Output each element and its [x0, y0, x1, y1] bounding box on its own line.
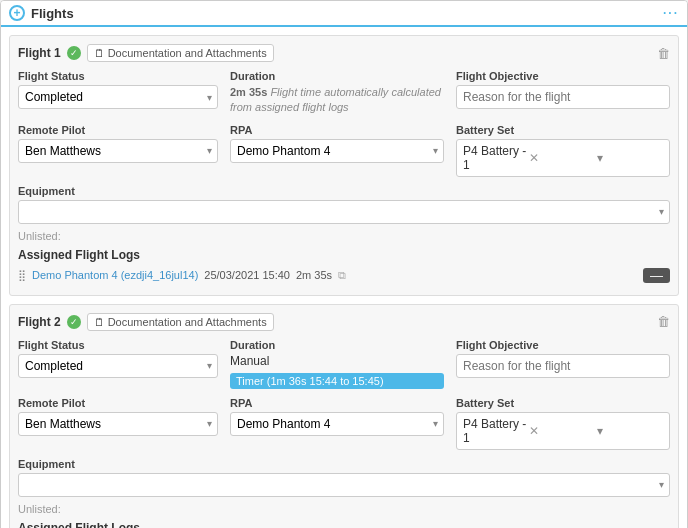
flight-2-status-select-wrap: Completed	[18, 354, 218, 378]
flight-1-log-remove-button[interactable]: —	[643, 268, 670, 283]
flight-1-doc-label: Documentation and Attachments	[108, 47, 267, 59]
more-options-icon[interactable]: ···	[663, 6, 679, 20]
flight-2-timer-badge: Timer (1m 36s 15:44 to 15:45)	[230, 373, 444, 389]
flight-2-pilot-label: Remote Pilot	[18, 397, 218, 409]
flight-1-pilot-select-wrap: Ben Matthews	[18, 139, 218, 163]
flight-1-header: Flight 1 🗒 Documentation and Attachments…	[18, 44, 670, 62]
flight-2-objective-input[interactable]	[456, 354, 670, 378]
flight-2-rpa-select[interactable]: Demo Phantom 4	[230, 412, 444, 436]
flight-1-objective-label: Flight Objective	[456, 70, 670, 82]
flight-1-status-select[interactable]: Completed	[18, 85, 218, 109]
flight-1-battery-group: Battery Set P4 Battery - 1 ✕ ▾	[456, 124, 670, 177]
flight-1-rpa-label: RPA	[230, 124, 444, 136]
flight-1-row2: Remote Pilot Ben Matthews RPA Demo Phant…	[18, 124, 670, 177]
flight-2-unlisted: Unlisted:	[18, 503, 670, 515]
flight-2-duration-group: Duration Manual Timer (1m 36s 15:44 to 1…	[230, 339, 444, 389]
flight-1-log-date: 25/03/2021 15:40	[204, 269, 290, 281]
flight-2-battery-group: Battery Set P4 Battery - 1 ✕ ▾	[456, 397, 670, 450]
flight-1-duration-label: Duration	[230, 70, 444, 82]
flight-2-rpa-select-wrap: Demo Phantom 4	[230, 412, 444, 436]
flight-1-battery-label: Battery Set	[456, 124, 670, 136]
flight-1-equipment-label: Equipment	[18, 185, 670, 197]
flight-2-logs-title: Assigned Flight Logs	[18, 521, 670, 528]
flight-2-equipment-select[interactable]	[18, 473, 670, 497]
flight-1-delete-icon[interactable]: 🗑	[657, 46, 670, 61]
flight-1-duration-time: 2m 35s	[230, 86, 267, 98]
flight-2-duration-label: Duration	[230, 339, 444, 351]
main-container: + Flights ··· Flight 1 🗒 Documentation a…	[0, 0, 688, 528]
flight-2-equipment-select-wrap	[18, 473, 670, 497]
flight-2-battery-value: P4 Battery - 1	[463, 417, 529, 445]
flight-2-duration-manual: Manual	[230, 354, 444, 368]
flight-2-battery-label: Battery Set	[456, 397, 670, 409]
flight-2-header: Flight 2 🗒 Documentation and Attachments…	[18, 313, 670, 331]
flight-1-log-row: ⣿ Demo Phantom 4 (ezdji4_16jul14) 25/03/…	[18, 268, 670, 283]
flight-1-equipment-select-wrap	[18, 200, 670, 224]
flight-2-objective-label: Flight Objective	[456, 339, 670, 351]
flight-2-objective-group: Flight Objective	[456, 339, 670, 389]
flight-1-pilot-select[interactable]: Ben Matthews	[18, 139, 218, 163]
flight-2-delete-icon[interactable]: 🗑	[657, 314, 670, 329]
flight-1-logs-title: Assigned Flight Logs	[18, 248, 670, 262]
flight-2-equipment-label: Equipment	[18, 458, 670, 470]
flight-2-battery-arrow-icon: ▾	[597, 424, 663, 438]
flight-2-doc-label: Documentation and Attachments	[108, 316, 267, 328]
flight-2-row2: Remote Pilot Ben Matthews RPA Demo Phant…	[18, 397, 670, 450]
flight-2-rpa-label: RPA	[230, 397, 444, 409]
log-copy-icon[interactable]: ⧉	[338, 269, 346, 282]
flight-1-status-dot	[67, 46, 81, 60]
flight-2-battery-clear-icon[interactable]: ✕	[529, 424, 595, 438]
flight-2-status-dot	[67, 315, 81, 329]
flight-2-doc-button[interactable]: 🗒 Documentation and Attachments	[87, 313, 274, 331]
flight-1-equipment-row: Equipment	[18, 185, 670, 224]
flight-1-duration-value: 2m 35s Flight time automatically calcula…	[230, 85, 444, 116]
flight-2-status-label: Flight Status	[18, 339, 218, 351]
flight-1-battery-clear-icon[interactable]: ✕	[529, 151, 595, 165]
flight-2-block: Flight 2 🗒 Documentation and Attachments…	[9, 304, 679, 528]
flight-2-pilot-select[interactable]: Ben Matthews	[18, 412, 218, 436]
flight-1-objective-group: Flight Objective	[456, 70, 670, 116]
flight-2-status-group: Flight Status Completed	[18, 339, 218, 389]
add-flight-icon[interactable]: +	[9, 5, 25, 21]
flight-2-battery-wrap: P4 Battery - 1 ✕ ▾	[456, 412, 670, 450]
section-title: Flights	[31, 6, 74, 21]
flight-1-log-duration: 2m 35s	[296, 269, 332, 281]
section-header: + Flights ···	[1, 1, 687, 27]
flight-2-status-select[interactable]: Completed	[18, 354, 218, 378]
flight-1-equipment-group: Equipment	[18, 185, 670, 224]
flight-1-equipment-select[interactable]	[18, 200, 670, 224]
flight-1-status-group: Flight Status Completed	[18, 70, 218, 116]
flight-1-doc-button[interactable]: 🗒 Documentation and Attachments	[87, 44, 274, 62]
flight-1-unlisted: Unlisted:	[18, 230, 670, 242]
flight-1-objective-input[interactable]	[456, 85, 670, 109]
flight-1-rpa-select[interactable]: Demo Phantom 4	[230, 139, 444, 163]
log-drag-icon: ⣿	[18, 269, 26, 282]
doc-icon-2: 🗒	[94, 316, 105, 328]
flight-2-pilot-group: Remote Pilot Ben Matthews	[18, 397, 218, 450]
flight-1-row1: Flight Status Completed Duration 2m 35s …	[18, 70, 670, 116]
flight-2-pilot-select-wrap: Ben Matthews	[18, 412, 218, 436]
flight-1-battery-arrow-icon: ▾	[597, 151, 663, 165]
flight-1-battery-wrap: P4 Battery - 1 ✕ ▾	[456, 139, 670, 177]
flight-1-title: Flight 1	[18, 46, 61, 60]
flight-1-pilot-label: Remote Pilot	[18, 124, 218, 136]
flight-2-row1: Flight Status Completed Duration Manual …	[18, 339, 670, 389]
flight-1-status-select-wrap: Completed	[18, 85, 218, 109]
flight-1-status-label: Flight Status	[18, 70, 218, 82]
flight-2-rpa-group: RPA Demo Phantom 4	[230, 397, 444, 450]
flight-1-rpa-select-wrap: Demo Phantom 4	[230, 139, 444, 163]
flight-2-equipment-group: Equipment	[18, 458, 670, 497]
flight-1-rpa-group: RPA Demo Phantom 4	[230, 124, 444, 177]
flight-1-block: Flight 1 🗒 Documentation and Attachments…	[9, 35, 679, 296]
flight-1-pilot-group: Remote Pilot Ben Matthews	[18, 124, 218, 177]
flight-1-log-name: Demo Phantom 4 (ezdji4_16jul14)	[32, 269, 198, 281]
flight-2-equipment-row: Equipment	[18, 458, 670, 497]
doc-icon: 🗒	[94, 47, 105, 59]
flight-1-battery-value: P4 Battery - 1	[463, 144, 529, 172]
flight-2-title: Flight 2	[18, 315, 61, 329]
flight-1-duration-group: Duration 2m 35s Flight time automaticall…	[230, 70, 444, 116]
